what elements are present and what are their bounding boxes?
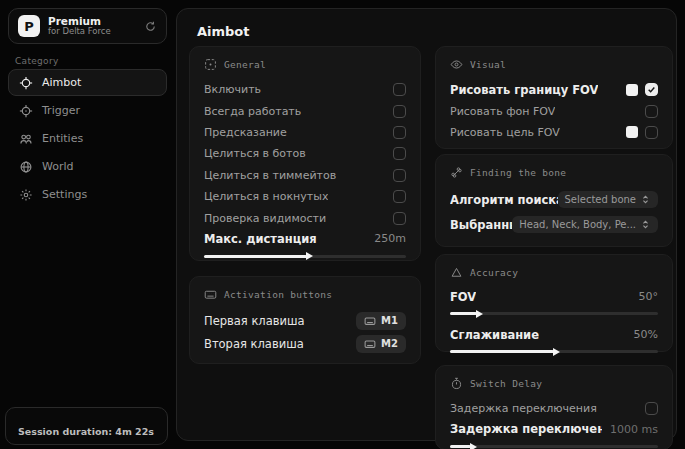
checkbox[interactable] bbox=[393, 126, 406, 139]
slider-thumb[interactable] bbox=[306, 252, 313, 260]
smoothing-value: 50% bbox=[634, 328, 658, 341]
keyboard-icon bbox=[364, 315, 376, 327]
sidebar-item-world[interactable]: World bbox=[8, 153, 167, 180]
card-title: Visual bbox=[470, 59, 506, 70]
checkbox[interactable] bbox=[393, 190, 406, 203]
card-title: Switch Delay bbox=[470, 378, 542, 389]
gear-icon bbox=[19, 188, 33, 202]
setting-row: Выбранные кос Head, Neck, Body, Pe... bbox=[450, 212, 658, 237]
max-distance-row: Макс. дистанция 250m bbox=[204, 229, 406, 249]
sidebar-item-label: World bbox=[42, 160, 74, 173]
main-panel: Aimbot General Включить Всегда работать … bbox=[176, 8, 677, 441]
setting-row: Всегда работать bbox=[204, 100, 406, 121]
scan-icon bbox=[204, 58, 217, 71]
checkbox[interactable] bbox=[645, 105, 658, 118]
page-title: Aimbot bbox=[197, 24, 250, 39]
bone-card: Finding the bone Алгоритм поиска кост Se… bbox=[435, 154, 673, 247]
checkbox[interactable] bbox=[645, 126, 658, 139]
card-title: Activation buttons bbox=[224, 289, 332, 300]
slider-thumb[interactable] bbox=[470, 443, 477, 449]
switch-delay-card: Switch Delay Задержка переключения Задер… bbox=[435, 365, 673, 449]
checkbox[interactable] bbox=[393, 83, 406, 96]
sidebar-item-label: Entities bbox=[42, 132, 83, 145]
brand-subtitle: for Delta Force bbox=[48, 27, 144, 37]
fov-slider[interactable] bbox=[450, 309, 658, 317]
entities-icon bbox=[19, 132, 33, 146]
premium-card: P Premium for Delta Force bbox=[8, 8, 167, 44]
sidebar-item-aimbot[interactable]: Aimbot bbox=[8, 69, 167, 96]
setting-row: Целиться в тиммейтов bbox=[204, 165, 406, 186]
sidebar-nav: Aimbot Trigger Entities World bbox=[8, 69, 167, 208]
checkbox[interactable] bbox=[393, 169, 406, 182]
max-distance-slider[interactable] bbox=[204, 252, 406, 260]
checkbox[interactable] bbox=[393, 147, 406, 160]
visual-card: Visual Рисовать границу FOV Рисовать фон… bbox=[435, 46, 673, 149]
sidebar-item-entities[interactable]: Entities bbox=[8, 125, 167, 152]
setting-row: Рисовать цель FOV bbox=[450, 122, 658, 143]
eye-icon bbox=[450, 58, 463, 71]
setting-row: Включить bbox=[204, 79, 406, 100]
card-title: Finding the bone bbox=[470, 167, 566, 178]
setting-row: Рисовать границу FOV bbox=[450, 79, 658, 100]
smoothing-row: Сглаживание 50% bbox=[450, 325, 658, 344]
delta-icon bbox=[450, 266, 463, 279]
color-swatch[interactable] bbox=[626, 126, 638, 138]
max-distance-value: 250m bbox=[374, 232, 406, 245]
keyboard-icon bbox=[204, 288, 217, 301]
sidebar-item-settings[interactable]: Settings bbox=[8, 181, 167, 208]
unfold-icon bbox=[640, 194, 651, 205]
keybind-button-2[interactable]: M2 bbox=[356, 335, 406, 353]
keyboard-icon bbox=[364, 338, 376, 350]
setting-row: Целиться в ботов bbox=[204, 143, 406, 164]
fov-row: FOV 50° bbox=[450, 287, 658, 306]
general-card: General Включить Всегда работать Предска… bbox=[189, 46, 421, 261]
crosshair-icon bbox=[19, 76, 33, 90]
timer-icon bbox=[450, 377, 463, 390]
bone-algorithm-select[interactable]: Selected bone bbox=[558, 191, 658, 208]
setting-row: Проверка видимости bbox=[204, 207, 406, 228]
sidebar-item-label: Aimbot bbox=[42, 76, 81, 89]
checkbox[interactable] bbox=[645, 83, 658, 96]
app-logo: P bbox=[18, 15, 40, 37]
checkbox[interactable] bbox=[393, 105, 406, 118]
setting-row: Рисовать фон FOV bbox=[450, 100, 658, 121]
smoothing-slider[interactable] bbox=[450, 347, 658, 355]
trigger-icon bbox=[19, 104, 33, 118]
switch-delay-slider[interactable] bbox=[450, 442, 658, 449]
slider-thumb[interactable] bbox=[476, 310, 483, 318]
switch-delay-toggle-row: Задержка переключения bbox=[450, 398, 658, 419]
setting-row: Целиться в нокнутых bbox=[204, 186, 406, 207]
keybind-row: Первая клавиша M1 bbox=[204, 309, 406, 332]
card-title: General bbox=[224, 59, 266, 70]
unfold-icon bbox=[640, 219, 651, 230]
setting-row: Предсказание bbox=[204, 122, 406, 143]
keybind-button-1[interactable]: M1 bbox=[356, 312, 406, 330]
session-card: Session duration: 4m 22s bbox=[5, 407, 168, 445]
category-label: Category bbox=[15, 56, 59, 66]
session-duration: Session duration: 4m 22s bbox=[18, 426, 154, 437]
color-swatch[interactable] bbox=[626, 84, 638, 96]
bone-icon bbox=[450, 166, 463, 179]
fov-value: 50° bbox=[639, 290, 659, 303]
selected-bones-select[interactable]: Head, Neck, Body, Pe... bbox=[512, 216, 658, 233]
switch-delay-value: 1000 ms bbox=[610, 423, 658, 436]
slider-thumb[interactable] bbox=[553, 348, 560, 356]
sidebar-item-label: Trigger bbox=[42, 104, 80, 117]
checkbox[interactable] bbox=[645, 402, 658, 415]
setting-row: Алгоритм поиска кост Selected bone bbox=[450, 187, 658, 212]
refresh-icon[interactable] bbox=[144, 20, 157, 33]
switch-delay-ms-row: Задержка переключения (мс) 1000 ms bbox=[450, 419, 658, 439]
card-title: Accuracy bbox=[470, 267, 518, 278]
checkbox[interactable] bbox=[393, 212, 406, 225]
keybind-row: Вторая клавиша M2 bbox=[204, 332, 406, 355]
sidebar-item-trigger[interactable]: Trigger bbox=[8, 97, 167, 124]
accuracy-card: Accuracy FOV 50° Сглаживание 50% bbox=[435, 254, 673, 352]
globe-icon bbox=[19, 160, 33, 174]
activation-card: Activation buttons Первая клавиша M1 Вто… bbox=[189, 276, 421, 364]
sidebar-item-label: Settings bbox=[42, 188, 87, 201]
